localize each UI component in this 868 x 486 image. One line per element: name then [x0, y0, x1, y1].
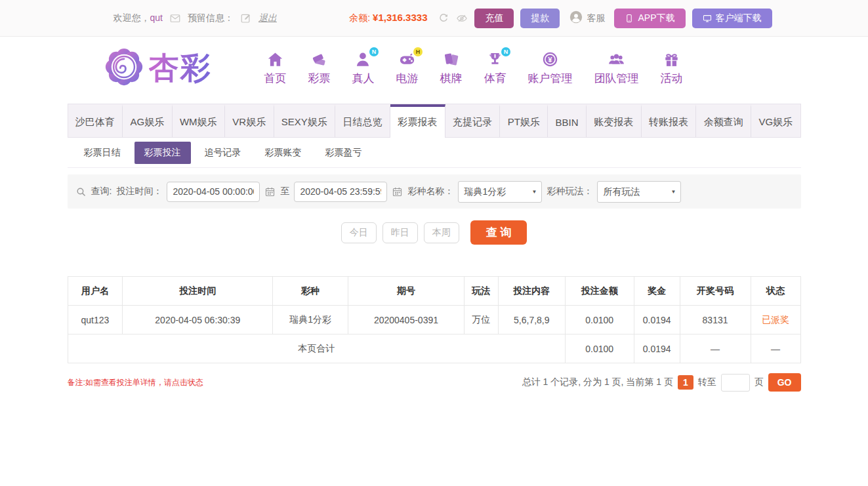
phone-icon: [625, 14, 634, 23]
topbar: 欢迎您，qut 预留信息： 退出 余额: ¥1,316.3333 充值 提款 客…: [0, 0, 868, 37]
tab-10[interactable]: 账变报表: [587, 104, 642, 137]
tab-3[interactable]: VR娱乐: [225, 104, 274, 137]
tab-0[interactable]: 沙巴体育: [68, 104, 123, 137]
subtab-0[interactable]: 彩票日结: [74, 142, 131, 164]
withdraw-button[interactable]: 提款: [520, 9, 560, 28]
play-type-label: 彩种玩法：: [547, 186, 592, 197]
column-header: 投注金额: [565, 277, 634, 306]
svg-text:¥: ¥: [548, 56, 552, 64]
tab-2[interactable]: WM娱乐: [173, 104, 225, 137]
search-panel: 查询: 投注时间： 至 彩种名称： 瑞典1分彩 彩种玩法： 所有玩法: [68, 174, 801, 209]
pagination: 总计 1 个记录, 分为 1 页, 当前第 1 页 1 转至 页 GO: [522, 373, 801, 392]
tab-11[interactable]: 转账报表: [642, 104, 697, 137]
report-subtabs: 彩票日结彩票投注追号记录彩票账变彩票盈亏: [68, 138, 801, 168]
nav-item-4[interactable]: 棋牌: [440, 51, 463, 86]
subtab-3[interactable]: 彩票账变: [255, 142, 312, 164]
bet-time-label: 投注时间：: [116, 186, 162, 197]
note-text: 备注:如需查看投注单详情，请点击状态: [68, 377, 203, 388]
refresh-balance-icon[interactable]: [438, 12, 449, 24]
nav-item-6[interactable]: ¥账户管理: [528, 51, 573, 86]
site-logo[interactable]: 杏彩: [104, 47, 212, 89]
subtab-4[interactable]: 彩票盈亏: [316, 142, 372, 164]
table-cell: 20200405-0391: [348, 306, 465, 334]
column-header: 用户名: [68, 277, 123, 306]
site-header: 杏彩 首页彩票N真人H电游棋牌N体育¥账户管理团队管理活动: [0, 37, 868, 100]
monitor-icon: [703, 14, 712, 23]
customer-service-label: 客服: [587, 12, 605, 24]
goto-page-input[interactable]: [721, 374, 750, 392]
app-download-button[interactable]: APP下载: [614, 9, 685, 28]
time-from-input[interactable]: [167, 182, 260, 202]
tab-8[interactable]: PT娱乐: [500, 104, 548, 137]
tab-12[interactable]: 余额查询: [696, 104, 751, 137]
nav-item-3[interactable]: H电游: [396, 51, 419, 86]
status-link[interactable]: 已派奖: [751, 306, 800, 334]
deposit-button[interactable]: 充值: [474, 9, 514, 28]
go-button[interactable]: GO: [768, 373, 801, 392]
customer-service-link[interactable]: 客服: [569, 10, 605, 26]
subtab-1[interactable]: 彩票投注: [134, 142, 191, 164]
table-cell: 83131: [680, 306, 751, 334]
goto-label: 转至: [698, 376, 716, 388]
username: qut: [150, 12, 163, 23]
tab-4[interactable]: SEXY娱乐: [274, 104, 336, 137]
client-download-button[interactable]: 客户端下载: [692, 9, 772, 28]
search-icon: [75, 186, 87, 197]
tab-1[interactable]: AG娱乐: [123, 104, 172, 137]
mail-icon[interactable]: [169, 12, 181, 24]
main-content: 沙巴体育AG娱乐WM娱乐VR娱乐SEXY娱乐日结总览彩票报表充提记录PT娱乐BB…: [68, 104, 801, 392]
play-type-select-wrap: 所有玩法: [597, 181, 681, 203]
nav-badge: N: [501, 47, 510, 56]
lottery-name-label: 彩种名称：: [407, 186, 453, 197]
tab-13[interactable]: VG娱乐: [751, 104, 800, 137]
play-type-select[interactable]: 所有玩法: [597, 181, 681, 203]
gamepad-icon: H: [398, 51, 416, 68]
nav-item-label: 真人: [352, 71, 375, 86]
nav-item-label: 棋牌: [440, 71, 463, 86]
column-header: 开奖号码: [680, 277, 751, 306]
summary-status: —: [751, 334, 800, 363]
team-icon: [608, 51, 625, 68]
summary-bonus: 0.0194: [634, 334, 680, 363]
nav-item-7[interactable]: 团队管理: [594, 51, 639, 86]
nav-item-0[interactable]: 首页: [264, 51, 287, 86]
nav-item-5[interactable]: N体育: [484, 51, 506, 86]
nav-item-label: 账户管理: [528, 71, 573, 86]
calendar-icon[interactable]: [264, 186, 276, 197]
table-row: qut1232020-04-05 06:30:39瑞典1分彩20200405-0…: [68, 306, 800, 334]
nav-item-2[interactable]: N真人: [352, 51, 375, 86]
hide-balance-icon[interactable]: [456, 12, 468, 24]
tab-5[interactable]: 日结总览: [335, 104, 390, 137]
tab-6[interactable]: 彩票报表: [390, 104, 445, 138]
week-button[interactable]: 本周: [424, 222, 459, 243]
column-header: 投注时间: [123, 277, 273, 306]
subtab-2[interactable]: 追号记录: [195, 142, 251, 164]
nav-item-label: 活动: [661, 71, 683, 86]
nav-item-8[interactable]: 活动: [661, 51, 683, 86]
table-footer: 备注:如需查看投注单详情，请点击状态 总计 1 个记录, 分为 1 页, 当前第…: [68, 373, 801, 392]
column-header: 彩种: [273, 277, 348, 306]
yesterday-button[interactable]: 昨日: [382, 222, 418, 243]
calendar-icon[interactable]: [392, 186, 403, 197]
tab-9[interactable]: BBIN: [548, 104, 587, 137]
time-to-input[interactable]: [294, 182, 387, 202]
reserved-info-label: 预留信息：: [188, 12, 234, 24]
edit-icon[interactable]: [240, 12, 252, 24]
table-cell: 0.0100: [565, 306, 634, 334]
nav-item-1[interactable]: 彩票: [308, 51, 331, 86]
tab-7[interactable]: 充提记录: [445, 104, 501, 137]
logout-link[interactable]: 退出: [258, 12, 277, 24]
balance: 余额: ¥1,316.3333: [349, 12, 427, 24]
nav-item-label: 电游: [396, 71, 419, 86]
lottery-name-select-wrap: 瑞典1分彩: [458, 181, 542, 203]
column-header: 期号: [348, 277, 465, 306]
page-number-button[interactable]: 1: [678, 375, 693, 390]
nav-item-label: 彩票: [308, 71, 331, 86]
lottery-name-select[interactable]: 瑞典1分彩: [458, 181, 542, 203]
main-nav: 首页彩票N真人H电游棋牌N体育¥账户管理团队管理活动: [264, 51, 683, 86]
query-button[interactable]: 查 询: [470, 220, 527, 245]
quick-actions: 今日 昨日 本周 查 询: [68, 220, 801, 245]
today-button[interactable]: 今日: [341, 222, 377, 243]
trophy-icon: N: [486, 51, 504, 68]
table-cell: qut123: [68, 306, 123, 334]
